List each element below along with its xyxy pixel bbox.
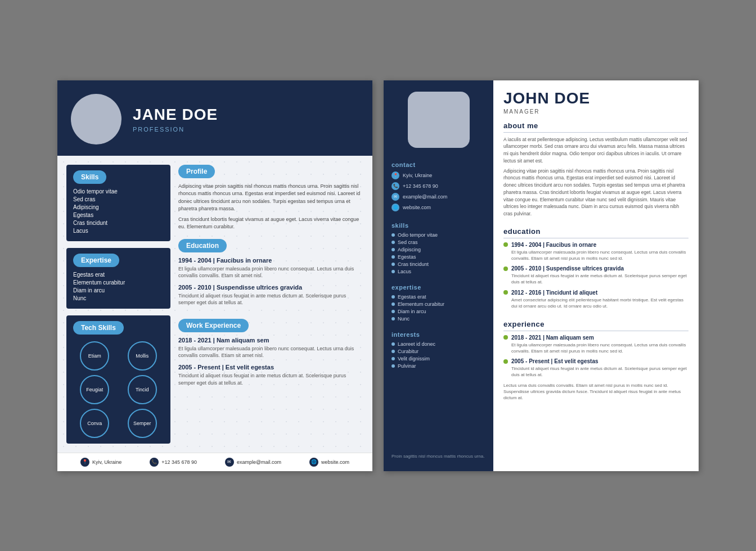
divider [503,132,688,133]
resume2-left: contact 📍 Kyiv, Ukraine 📞 +12 345 678 90… [384,80,493,471]
work-entry-text: Tincidunt id aliquet risus feugiat in an… [178,372,363,386]
edu-entry-title: 2005 - 2010 | Suspendisse ultrices gravi… [178,284,363,291]
edu-entry: 2012 - 2016 | Tincidunt id aliquet Amet … [503,290,688,309]
dot-icon [392,270,395,273]
education-title: education [503,227,688,236]
list-item: Elementum curabitur [392,301,485,307]
expertise-box: Expertise Egestas erat Elementum curabit… [66,248,170,309]
list-item: Diam in arcu [73,287,164,293]
footer-location: 📍 Kyiv, Ukraine [80,458,122,467]
about-me-text1: A iaculis at erat pellentesque adipiscin… [503,136,688,165]
exp-entry-text: Tincidunt id aliquet risus feugiat in an… [503,365,688,378]
footer-email: ✉ example@mail.com [225,458,281,467]
footer-email-text: example@mail.com [237,459,281,465]
contact-location: 📍 Kyiv, Ukraine [392,171,485,179]
list-item: Odio tempor vitae [392,232,485,238]
resume1-profession: PROFESSION [133,126,218,133]
edu-entry: 2005 - 2010 | Suspendisse ultrices gravi… [503,265,688,285]
list-item: Pulvinar [392,363,485,369]
dot-icon [392,302,395,306]
list-item: Egestas erat [392,294,485,300]
exp-entry: 2018 - 2021 | Nam aliquam sem Et ligula … [503,335,688,354]
dot-icon [392,342,395,346]
skill-circle: Tincid [128,375,157,404]
edu-entry-text: Tincidunt id aliquet risus feugiat in an… [178,292,363,306]
divider [503,238,688,238]
list-item: Adipiscing [73,204,164,210]
list-item: Diam in arcu [392,309,485,314]
work-experience-section: Work Experience 2018 - 2021 | Nam aliqua… [178,319,363,391]
exp-entry-title: 2005 - Present | Est velit egestas [503,358,688,364]
divider [503,331,688,331]
edu-entry-text: Amet consectetur adipiscing elit pellent… [503,297,688,309]
dot-icon [392,295,395,299]
skills-title: Skills [73,170,106,184]
experience-title: experience [503,320,688,328]
contact-title: contact [392,161,485,168]
edu-entry-title: 1994 - 2004 | Faucibus in ornare [503,242,688,248]
techskills-box: Tech Skills Etiam Mollis Feugiat Tincid … [66,315,170,444]
dot-icon [392,350,395,353]
avatar [408,92,470,148]
footer-location-text: Kyiv, Ukraine [92,459,122,465]
dot-icon [392,310,395,313]
resume1-header: JANE DOE PROFESSION [57,80,372,156]
footer-website: 🌐 website.com [309,458,349,467]
phone-icon: 📞 [150,458,159,467]
contact-email: ✉ example@mail.com [392,193,485,201]
skill-circle: Mollis [128,341,157,371]
resume-jane-doe: JANE DOE PROFESSION Skills Odio tempor v… [57,80,372,471]
resume1-name: JANE DOE [133,106,218,124]
edu-entry-text: Et ligula ullamcorper malesuada proin li… [503,249,688,261]
dot-icon [392,248,395,251]
techskills-title: Tech Skills [73,321,124,335]
resume-john-doe: contact 📍 Kyiv, Ukraine 📞 +12 345 678 90… [384,80,699,471]
list-item: Cras tincidunt [73,220,164,226]
resume1-body: Skills Odio tempor vitae Sed cras Adipis… [57,156,372,453]
footer-phone-text: +12 345 678 90 [161,459,197,465]
education-section: Education 1994 - 2004 | Faucibus in orna… [178,239,363,311]
dot-icon [392,317,395,320]
contact-section: contact 📍 Kyiv, Ukraine 📞 +12 345 678 90… [392,161,485,214]
about-me-text2: Adipiscing vitae proin sagittis nisl rho… [503,168,688,218]
list-item: Sed cras [73,196,164,202]
email-icon: ✉ [392,193,399,201]
education-section: education 1994 - 2004 | Faucibus in orna… [503,227,688,313]
edu-entry: 1994 - 2004 | Faucibus in ornare Et ligu… [178,257,363,279]
dot-icon [392,233,395,237]
resume2-left-footer: Proin sagittis nisl rhoncus mattis rhonc… [392,453,485,459]
contact-phone-text: +12 345 678 90 [403,183,438,189]
skills-list: Odio tempor vitae Sed cras Adipiscing Eg… [73,188,164,234]
list-item: Elementum curabitur [73,279,164,286]
skill-circle: Conva [80,409,109,438]
list-item: Adipiscing [392,247,485,252]
resume2-right: JOHN DOE MANAGER about me A iaculis at e… [493,80,699,471]
contact-website: 🌐 website.com [392,204,485,211]
work-entry-title: 2018 - 2021 | Nam aliquam sem [178,337,363,344]
resume2-header: JOHN DOE MANAGER [503,89,688,115]
email-icon: ✉ [225,458,234,467]
list-item: Velit dignissim [392,356,485,362]
skills-section: skills Odio tempor vitae Sed cras Adipis… [392,222,485,276]
skills-title: skills [392,222,485,229]
edu-entry: 1994 - 2004 | Faucibus in ornare Et ligu… [503,242,688,261]
work-entry: 2018 - 2021 | Nam aliquam sem Et ligula … [178,337,363,359]
expertise-list: Egestas erat Elementum curabitur Diam in… [73,272,164,301]
exp-entry-title: 2018 - 2021 | Nam aliquam sem [503,335,688,341]
education-title: Education [178,239,227,252]
header-text: JANE DOE PROFESSION [133,106,218,133]
resumes-container: JANE DOE PROFESSION Skills Odio tempor v… [40,64,716,488]
resume1-right: Profile Adipiscing vitae proin sagittis … [178,165,363,444]
list-item: Lacus [73,228,164,234]
website-icon: 🌐 [309,458,318,467]
website-icon: 🌐 [392,204,399,211]
interests-section: interests Laoreet id donec Curabitur Vel… [392,331,485,371]
edu-entry: 2005 - 2010 | Suspendisse ultrices gravi… [178,284,363,306]
work-entry: 2005 - Present | Est velit egestas Tinci… [178,364,363,386]
skill-circle: Etiam [80,341,109,371]
contact-website-text: website.com [403,205,431,210]
expertise-title: expertise [392,284,485,291]
list-item: Nunc [392,316,485,322]
list-item: Sed cras [392,240,485,245]
expertise-section: expertise Egestas erat Elementum curabit… [392,284,485,323]
